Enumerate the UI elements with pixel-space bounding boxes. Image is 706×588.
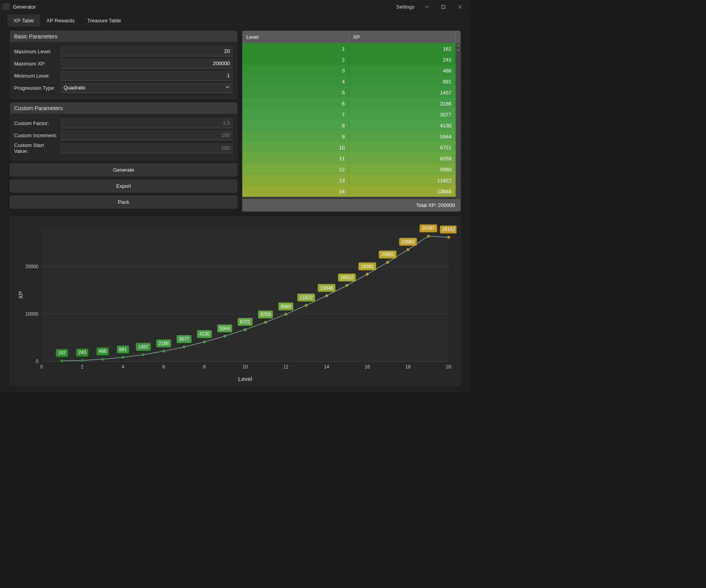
scroll-down-icon[interactable] (456, 48, 460, 53)
pack-button[interactable]: Pack (10, 196, 237, 209)
col-xp[interactable]: XP (349, 31, 456, 43)
progression-type-select[interactable]: Quadratic (60, 83, 233, 93)
cell-level: 1 (242, 44, 349, 53)
table-header: Level XP (242, 31, 460, 43)
svg-text:20: 20 (446, 364, 451, 370)
cell-level: 6 (242, 99, 349, 108)
tab-xp-table[interactable]: XP Table (7, 15, 40, 27)
svg-point-45 (203, 341, 206, 343)
svg-text:891: 891 (119, 347, 127, 352)
cell-xp: 891 (349, 77, 456, 86)
svg-text:8259: 8259 (260, 312, 271, 317)
custom-increment-input[interactable]: 100 (60, 130, 233, 140)
content-area: Basic Parameters Maximum Level: 20 Maxim… (6, 27, 465, 386)
table-row[interactable]: 2243 (242, 54, 456, 65)
svg-text:3077: 3077 (179, 336, 189, 342)
svg-point-48 (224, 335, 226, 338)
table-row[interactable]: 1413846 (242, 186, 456, 197)
custom-factor-input[interactable]: 1.5 (60, 118, 233, 128)
scroll-up-icon[interactable] (456, 43, 460, 48)
cell-xp: 9960 (349, 165, 456, 174)
max-xp-input[interactable]: 200000 (60, 58, 233, 69)
cell-level: 10 (242, 143, 349, 152)
svg-point-75 (407, 248, 409, 251)
generate-button[interactable]: Generate (10, 163, 237, 176)
cell-xp: 5344 (349, 132, 456, 141)
table-row[interactable]: 129960 (242, 164, 456, 175)
svg-text:14: 14 (324, 364, 329, 370)
svg-point-30 (101, 358, 104, 361)
svg-text:Level: Level (238, 376, 252, 382)
svg-point-66 (346, 284, 348, 287)
progression-type-label: Progression Type: (14, 85, 57, 91)
table-row[interactable]: 1311822 (242, 175, 456, 186)
table-row[interactable]: 118259 (242, 153, 456, 164)
table-row[interactable]: 1162 (242, 43, 456, 54)
table-row[interactable]: 3486 (242, 65, 456, 76)
cell-level: 14 (242, 187, 349, 196)
cell-level: 2 (242, 55, 349, 64)
titlebar: Generator Settings (0, 0, 470, 13)
svg-text:13846: 13846 (320, 285, 333, 291)
svg-point-39 (162, 350, 165, 352)
tab-bar: XP Table XP Rewards Treasure Table (0, 13, 470, 27)
cell-xp: 2186 (349, 99, 456, 108)
table-row[interactable]: 73077 (242, 109, 456, 120)
col-level[interactable]: Level (242, 31, 349, 43)
cell-level: 11 (242, 154, 349, 163)
svg-text:16032: 16032 (340, 275, 354, 280)
basic-parameters-section: Basic Parameters Maximum Level: 20 Maxim… (10, 31, 237, 99)
svg-text:9960: 9960 (280, 304, 291, 309)
svg-text:26152: 26152 (442, 227, 455, 232)
table-body: 1162224334864891514576218673077841309534… (242, 43, 456, 199)
xp-table: Level XP 1162224334864891514576218673077… (242, 31, 461, 212)
cell-xp: 6721 (349, 143, 456, 152)
svg-point-57 (284, 313, 287, 316)
custom-increment-label: Custom Increment: (14, 132, 57, 138)
table-total: Total XP: 200000 (242, 199, 460, 211)
min-level-input[interactable]: 1 (60, 71, 233, 81)
cell-xp: 162 (349, 44, 456, 53)
tab-xp-rewards[interactable]: XP Rewards (40, 15, 81, 27)
table-row[interactable]: 62186 (242, 98, 456, 109)
table-row[interactable]: 84130 (242, 120, 456, 131)
cell-xp: 13846 (349, 187, 456, 196)
tab-treasure-table[interactable]: Treasure Table (81, 15, 127, 27)
svg-text:1457: 1457 (138, 344, 149, 350)
svg-text:4: 4 (122, 364, 124, 370)
progression-type-value: Quadratic (64, 85, 86, 91)
cell-level: 9 (242, 132, 349, 141)
custom-parameters-section: Custom Parameters Custom Factor: 1.5 Cus… (10, 102, 237, 160)
table-scrollbar[interactable] (456, 43, 460, 199)
settings-button[interactable]: Settings (392, 2, 419, 11)
window-title: Generator (13, 4, 36, 10)
table-row[interactable]: 106721 (242, 142, 456, 153)
minimize-button[interactable] (419, 1, 435, 12)
export-button[interactable]: Export (10, 180, 237, 192)
custom-start-input[interactable]: 150 (60, 143, 233, 153)
svg-text:18381: 18381 (361, 264, 374, 269)
svg-rect-1 (442, 5, 445, 8)
cell-xp: 486 (349, 66, 456, 75)
svg-point-69 (366, 273, 369, 276)
max-level-label: Maximum Level: (14, 49, 57, 54)
table-row[interactable]: 95344 (242, 131, 456, 142)
close-button[interactable] (451, 1, 468, 12)
chevron-down-icon (225, 85, 230, 91)
svg-text:26397: 26397 (422, 225, 435, 231)
table-row[interactable]: 51457 (242, 87, 456, 98)
svg-point-33 (122, 356, 124, 359)
max-level-input[interactable]: 20 (60, 46, 233, 56)
svg-text:6: 6 (162, 364, 165, 370)
cell-level: 8 (242, 121, 349, 130)
svg-text:0: 0 (36, 359, 38, 364)
svg-point-24 (60, 359, 63, 362)
table-row[interactable]: 4891 (242, 76, 456, 87)
svg-text:2186: 2186 (158, 341, 169, 346)
cell-xp: 3077 (349, 110, 456, 119)
cell-level: 12 (242, 165, 349, 174)
svg-text:16: 16 (365, 364, 370, 370)
svg-text:10000: 10000 (25, 311, 39, 317)
maximize-button[interactable] (435, 1, 451, 12)
cell-level: 3 (242, 66, 349, 75)
